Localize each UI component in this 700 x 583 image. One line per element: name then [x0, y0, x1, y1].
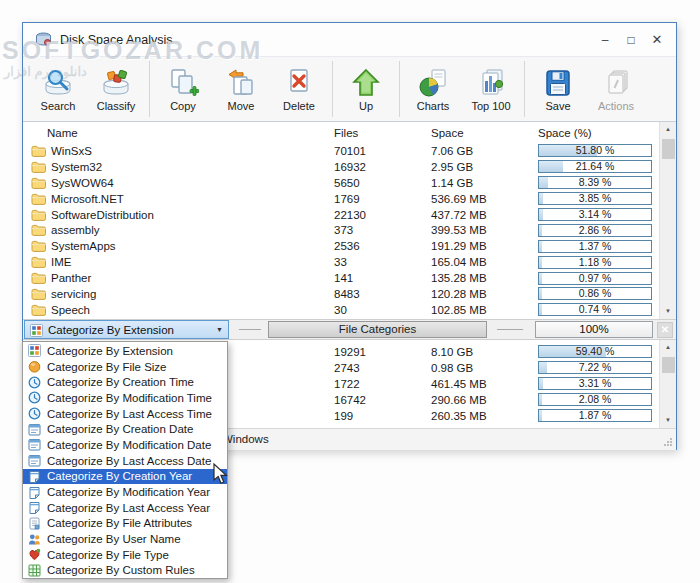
column-header-name[interactable]: Name — [23, 127, 334, 139]
menu-item-categorize-by-creation-time[interactable]: Categorize By Creation Time — [23, 374, 227, 390]
menu-item-categorize-by-last-access-date[interactable]: Categorize By Last Access Date — [23, 453, 227, 469]
file-name: servicing — [51, 288, 96, 300]
upper-scrollbar[interactable]: ▲ ▼ — [659, 122, 676, 319]
table-row[interactable]: assembly373399.53 MB2.86 % — [23, 222, 676, 238]
files-count: 19291 — [334, 346, 431, 358]
maximize-button[interactable]: □ — [618, 26, 644, 54]
table-row[interactable]: WinSxS701017.06 GB51.80 % — [23, 143, 676, 159]
zoom-level-button[interactable]: 100% — [535, 321, 653, 338]
percent-label: 8.39 % — [539, 177, 651, 188]
folder-icon — [31, 161, 46, 173]
menu-item-categorize-by-custom-rules[interactable]: Categorize By Custom Rules — [23, 563, 227, 579]
scrollbar-thumb[interactable] — [662, 357, 675, 373]
menu-item-categorize-by-creation-year[interactable]: Categorize By Creation Year — [23, 469, 227, 485]
table-row[interactable]: SystemApps2536191.29 MB1.37 % — [23, 238, 676, 254]
space-value: 135.28 MB — [431, 272, 538, 284]
toolbar-separator — [524, 61, 525, 117]
folder-icon — [31, 256, 46, 268]
toolbar-move-button[interactable]: Move — [212, 57, 270, 121]
menu-item-categorize-by-file-type[interactable]: Categorize By File Type — [23, 547, 227, 563]
save-icon — [542, 67, 574, 99]
menu-item-label: Categorize By File Size — [47, 361, 167, 373]
scroll-up-icon[interactable]: ▲ — [660, 340, 676, 355]
space-percent-cell: 3.31 % — [538, 377, 654, 390]
toolbar-up-button[interactable]: Up — [337, 57, 395, 121]
table-row[interactable]: System32169322.95 GB21.64 % — [23, 159, 676, 175]
filetype-icon — [28, 548, 41, 561]
scrollbar-thumb[interactable] — [662, 139, 675, 159]
close-pane-button[interactable]: ✕ — [657, 322, 673, 338]
name-cell: Microsoft.NET — [23, 193, 334, 205]
menu-item-categorize-by-last-access-time[interactable]: Categorize By Last Access Time — [23, 406, 227, 422]
folder-icon — [31, 145, 46, 157]
menu-item-categorize-by-last-access-year[interactable]: Categorize By Last Access Year — [23, 500, 227, 516]
column-header-space-percent[interactable]: Space (%) — [538, 127, 654, 139]
menu-item-categorize-by-user-name[interactable]: Categorize By User Name — [23, 531, 227, 547]
date-icon — [28, 454, 41, 467]
scroll-down-icon[interactable]: ▼ — [660, 304, 676, 319]
menu-item-categorize-by-creation-date[interactable]: Categorize By Creation Date — [23, 421, 227, 437]
toolbar-save-button[interactable]: Save — [529, 57, 587, 121]
table-row[interactable]: Speech30102.85 MB0.74 % — [23, 302, 676, 318]
table-row[interactable]: Panther141135.28 MB0.97 % — [23, 270, 676, 286]
table-row[interactable]: Microsoft.NET1769536.69 MB3.85 % — [23, 191, 676, 207]
table-row[interactable]: IME33165.04 MB1.18 % — [23, 254, 676, 270]
percent-label: 0.86 % — [539, 288, 651, 299]
menu-item-categorize-by-modification-date[interactable]: Categorize By Modification Date — [23, 437, 227, 453]
resize-grip[interactable] — [663, 437, 673, 447]
percent-label: 21.64 % — [539, 161, 651, 172]
toolbar-button-label: Charts — [417, 100, 449, 112]
space-percent-cell: 0.86 % — [538, 287, 654, 300]
categorize-combo-box[interactable]: Categorize By Extension ▼ — [24, 320, 229, 339]
space-percent-cell: 7.22 % — [538, 361, 654, 374]
menu-item-categorize-by-extension[interactable]: Categorize By Extension — [23, 343, 227, 359]
space-value: 399.53 MB — [431, 224, 538, 236]
percent-label: 51.80 % — [539, 145, 651, 156]
table-row[interactable]: SysWOW6456501.14 GB8.39 % — [23, 175, 676, 191]
folder-icon — [31, 177, 46, 189]
file-categories-button[interactable]: File Categories — [268, 321, 487, 338]
space-value: 290.66 MB — [431, 394, 538, 406]
percent-label: 1.37 % — [539, 241, 651, 252]
close-button[interactable]: ✕ — [644, 26, 670, 54]
extension-icon — [28, 344, 41, 357]
folder-icon — [31, 224, 46, 236]
table-row[interactable]: SoftwareDistribution22130437.72 MB3.14 % — [23, 207, 676, 223]
table-row[interactable]: servicing8483120.28 MB0.86 % — [23, 286, 676, 302]
percent-label: 3.85 % — [539, 193, 651, 204]
up-icon — [350, 67, 382, 99]
toolbar-copy-button[interactable]: Copy — [154, 57, 212, 121]
toolbar-top-100-button[interactable]: Top 100 — [462, 57, 520, 121]
toolbar-delete-button[interactable]: Delete — [270, 57, 328, 121]
minimize-button[interactable]: – — [592, 26, 618, 54]
toolbar-search-button[interactable]: Search — [29, 57, 87, 121]
scroll-down-icon[interactable]: ▼ — [660, 413, 676, 428]
space-value: 1.14 GB — [431, 177, 538, 189]
title-bar: Disk Space Analysis – □ ✕ — [23, 23, 676, 56]
menu-item-categorize-by-modification-time[interactable]: Categorize By Modification Time — [23, 390, 227, 406]
percent-label: 7.22 % — [539, 362, 651, 373]
year-icon — [28, 470, 41, 483]
file-name: Microsoft.NET — [51, 193, 124, 205]
column-header-space[interactable]: Space — [431, 127, 538, 139]
percent-bar: 1.87 % — [538, 409, 652, 422]
menu-item-categorize-by-file-size[interactable]: Categorize By File Size — [23, 359, 227, 375]
percent-label: 2.08 % — [539, 394, 651, 405]
toolbar-separator — [332, 61, 333, 117]
scroll-up-icon[interactable]: ▲ — [660, 122, 676, 137]
menu-item-categorize-by-modification-year[interactable]: Categorize By Modification Year — [23, 484, 227, 500]
toolbar-classify-button[interactable]: Classify — [87, 57, 145, 121]
lower-scrollbar[interactable]: ▲ ▼ — [659, 340, 676, 428]
files-count: 5650 — [334, 177, 431, 189]
toolbar-button-label: Delete — [283, 100, 315, 112]
percent-label: 59.40 % — [539, 346, 651, 357]
space-percent-cell: 3.85 % — [538, 192, 654, 205]
column-header-files[interactable]: Files — [334, 127, 431, 139]
toolbar-actions-button[interactable]: Actions — [587, 57, 645, 121]
space-percent-cell: 1.87 % — [538, 409, 654, 422]
menu-item-label: Categorize By Creation Date — [47, 423, 193, 435]
files-count: 16932 — [334, 161, 431, 173]
space-value: 2.95 GB — [431, 161, 538, 173]
menu-item-categorize-by-file-attributes[interactable]: Categorize By File Attributes — [23, 516, 227, 532]
toolbar-charts-button[interactable]: Charts — [404, 57, 462, 121]
